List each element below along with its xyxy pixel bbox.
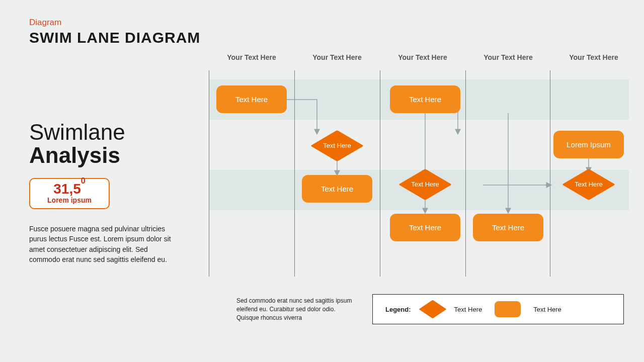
lane-divider [550,70,550,277]
process-node[interactable]: Lorem Ipsum [553,131,624,158]
legend-process-label: Text Here [533,306,561,313]
legend-title: Legend: [385,306,411,313]
lane-divider [209,70,209,277]
decision-node-label: Text Here [323,142,351,149]
process-node[interactable]: Text Here [302,175,372,203]
process-node[interactable]: Text Here [216,85,287,113]
lane-divider [380,70,380,277]
analysis-heading: Swimlane Analysis [29,121,125,167]
analysis-line1: Swimlane [29,120,125,144]
category-label: Diagram [29,18,61,28]
metric-value: 31,50 [53,182,85,196]
lane-header: Your Text Here [465,53,551,61]
process-node[interactable]: Text Here [473,214,543,241]
swimlane-diagram: Your Text Here Your Text Here Your Text … [209,60,629,277]
legend: Legend: Text Here Text Here [372,294,624,324]
footnote-text: Sed commodo erat nunc sed sagittis ipsum… [236,297,357,322]
lane-divider [294,70,295,277]
metric-label: Lorem ipsum [30,196,109,204]
metric-value-number: 31,5 [53,181,81,197]
lane-divider [465,70,466,277]
decision-node[interactable]: Text Here [405,172,445,197]
lane-header: Your Text Here [551,53,636,61]
metric-box: 31,50 Lorem ipsum [29,178,110,209]
process-node[interactable]: Text Here [390,85,460,113]
metric-value-sup: 0 [81,176,86,185]
lane-header: Your Text Here [380,53,465,61]
page-title: SWIM LANE DIAGRAM [29,29,200,46]
legend-decision-label: Text Here [454,306,482,313]
lane-header: Your Text Here [209,53,294,61]
decision-node[interactable]: Text Here [569,172,609,197]
analysis-line2: Analysis [29,143,120,167]
process-node[interactable]: Text Here [390,214,460,241]
legend-process-icon [495,301,521,317]
decision-node-label: Text Here [575,181,603,188]
body-text: Fusce posuere magna sed pulvinar ultrici… [29,224,180,264]
legend-decision-icon [424,300,442,318]
decision-node-label: Text Here [411,181,439,188]
decision-node[interactable]: Text Here [317,133,357,158]
lane-header: Your Text Here [294,53,380,61]
